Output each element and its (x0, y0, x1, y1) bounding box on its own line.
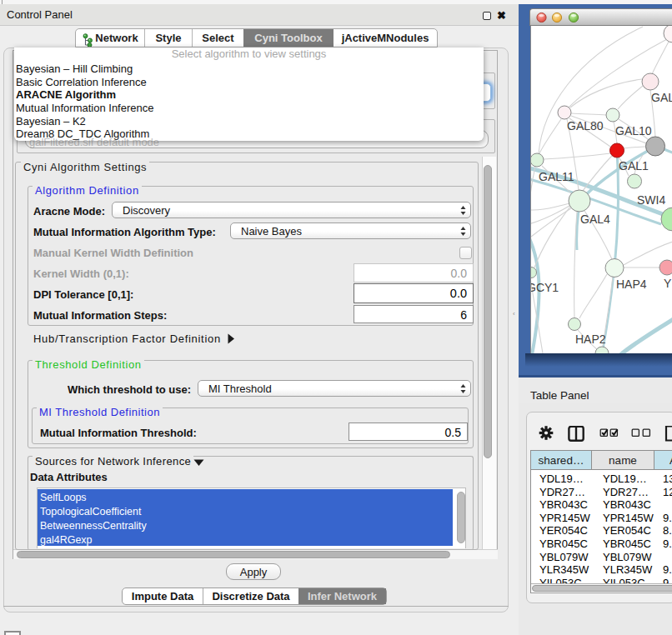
svg-text:GAL80: GAL80 (567, 119, 604, 132)
svg-text:GAL11: GAL11 (539, 170, 574, 183)
svg-text:HAP4: HAP4 (616, 278, 647, 291)
svg-text:HAP2: HAP2 (575, 332, 606, 346)
svg-text:Y: Y (664, 277, 672, 290)
svg-text:GAL2: GAL2 (651, 91, 672, 104)
svg-text:GCY1: GCY1 (531, 281, 559, 294)
svg-text:GAL1: GAL1 (619, 159, 649, 172)
svg-text:GAL4: GAL4 (580, 212, 610, 226)
svg-text:GAL10: GAL10 (615, 124, 652, 138)
svg-text:SWI4: SWI4 (637, 193, 665, 207)
